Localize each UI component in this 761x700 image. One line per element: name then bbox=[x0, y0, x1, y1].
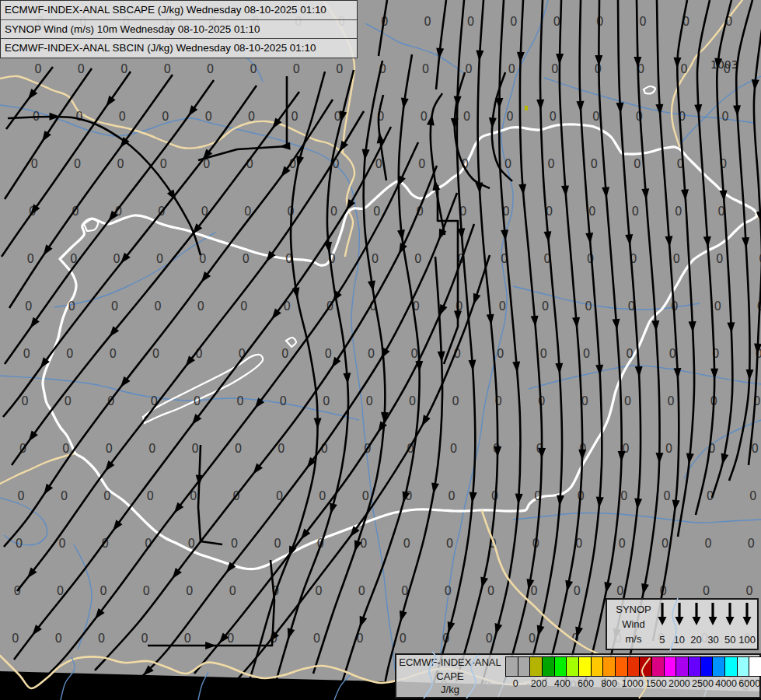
streamline-arrowhead bbox=[397, 229, 405, 241]
grid-value-zero: 0 bbox=[553, 15, 561, 29]
grid-value-zero: 0 bbox=[618, 537, 626, 551]
cape-color-cell bbox=[627, 656, 641, 677]
streamline bbox=[39, 142, 418, 683]
grid-value-zero: 0 bbox=[372, 252, 379, 266]
down-arrow-icon bbox=[690, 601, 703, 626]
down-arrow-icon bbox=[724, 601, 736, 626]
streamline-arrowhead bbox=[595, 365, 603, 376]
cape-color-cell bbox=[566, 656, 579, 677]
cape-color-cell bbox=[554, 656, 567, 677]
streamline-arrowhead bbox=[656, 453, 664, 464]
grid-value-zero: 0 bbox=[17, 489, 25, 503]
streamline-arrowhead bbox=[448, 621, 456, 633]
grid-value-zero: 0 bbox=[588, 205, 596, 219]
grid-value-zero: 0 bbox=[365, 394, 373, 408]
streamline-arrowhead bbox=[422, 415, 431, 426]
grid-value-zero: 0 bbox=[463, 110, 471, 124]
grid-value-zero: 0 bbox=[675, 205, 682, 219]
streamline-arrowhead bbox=[432, 180, 440, 191]
grid-value-zero: 0 bbox=[98, 632, 106, 646]
grid-value-zero: 0 bbox=[400, 632, 407, 646]
grid-value-zero: 0 bbox=[143, 584, 151, 598]
grid-value-zero: 0 bbox=[551, 62, 559, 76]
streamline-arrowhead bbox=[742, 237, 749, 248]
grid-value-zero: 0 bbox=[487, 584, 495, 598]
streamline-arrowhead bbox=[401, 98, 409, 110]
grid-value-zero: 0 bbox=[716, 252, 724, 266]
synop-speed-value: 30 bbox=[707, 635, 718, 647]
pressure-label: 1003 bbox=[710, 58, 738, 71]
streamline-arrowhead bbox=[489, 117, 497, 128]
streamline-arrowhead bbox=[694, 104, 702, 115]
grid-value-zero: 0 bbox=[444, 584, 452, 598]
grid-value-zero: 0 bbox=[27, 252, 35, 266]
title-sbcin: ECMWF-INDEX-ANAL SBCIN (J/kg) Wednesday … bbox=[1, 38, 357, 58]
grid-value-zero: 0 bbox=[403, 537, 410, 551]
synop-legend-unit: m/s bbox=[613, 632, 654, 646]
cape-color-cell bbox=[542, 656, 555, 677]
grid-value-zero: 0 bbox=[368, 347, 375, 361]
grid-value-zero: 0 bbox=[498, 299, 506, 313]
grid-value-zero: 0 bbox=[229, 584, 236, 598]
grid-value-zero: 0 bbox=[632, 205, 640, 219]
grid-value-zero: 0 bbox=[752, 442, 759, 456]
synop-speed-cell: 30 bbox=[704, 601, 721, 647]
grid-value-zero: 0 bbox=[634, 157, 641, 171]
grid-value-zero: 0 bbox=[410, 347, 418, 361]
grid-value-zero: 0 bbox=[506, 110, 514, 124]
grid-value-zero: 0 bbox=[665, 442, 673, 456]
streamline-arrowhead bbox=[616, 103, 624, 114]
grid-value-zero: 0 bbox=[585, 299, 592, 313]
cape-color-cell bbox=[688, 656, 701, 677]
grid-value-zero: 0 bbox=[34, 62, 42, 76]
grid-value-zero: 0 bbox=[152, 347, 160, 361]
cape-tick-label: 600 bbox=[578, 678, 594, 689]
grid-value-zero: 0 bbox=[315, 584, 323, 598]
grid-value-zero: 0 bbox=[448, 489, 456, 503]
grid-value-zero: 0 bbox=[58, 537, 66, 551]
grid-value-zero: 0 bbox=[414, 252, 422, 266]
grid-value-zero: 0 bbox=[373, 205, 381, 219]
down-arrow-icon bbox=[741, 601, 753, 626]
grid-value-zero: 0 bbox=[12, 632, 19, 646]
grid-value-zero: 0 bbox=[160, 157, 168, 171]
title-synop-wind: SYNOP Wind (m/s) 10m Wednesday 08-10-202… bbox=[1, 19, 357, 39]
map-layers-svg: 0000000000000000000000000000000000000000… bbox=[0, 0, 761, 700]
streamline bbox=[729, 0, 752, 481]
down-arrow-icon bbox=[673, 601, 686, 626]
grid-value-zero: 0 bbox=[163, 62, 171, 76]
streamline-arrowhead bbox=[44, 244, 53, 255]
grid-value-zero: 0 bbox=[99, 584, 107, 598]
grid-value-zero: 0 bbox=[141, 632, 148, 646]
grid-value-zero: 0 bbox=[250, 62, 257, 76]
cape-color-cell bbox=[639, 656, 652, 677]
synop-speed-cell: 100 bbox=[738, 601, 756, 647]
grid-value-zero: 0 bbox=[109, 347, 117, 361]
cape-tick-label: 4000 bbox=[715, 678, 737, 689]
grid-value-zero: 0 bbox=[624, 394, 632, 408]
cape-tick-label: 0 bbox=[513, 678, 518, 689]
grid-value-zero: 0 bbox=[191, 442, 199, 456]
grid-value-zero: 0 bbox=[422, 62, 430, 76]
streamline-arrowhead bbox=[536, 100, 544, 110]
streamline-arrowhead bbox=[674, 368, 682, 379]
title-block: ECMWF-INDEX-ANAL SBCAPE (J/kg) Wednesday… bbox=[0, 0, 358, 58]
grid-value-zero: 0 bbox=[62, 442, 70, 456]
grid-value-zero: 0 bbox=[452, 394, 459, 408]
streamline-arrowhead bbox=[655, 104, 663, 115]
cape-tick-label: 200 bbox=[531, 678, 547, 689]
grid-value-zero: 0 bbox=[530, 584, 538, 598]
streamline-arrowhead bbox=[188, 105, 197, 116]
cape-color-cell bbox=[700, 656, 714, 677]
cape-tick-label: 2000 bbox=[668, 678, 690, 689]
grid-value-zero: 0 bbox=[111, 299, 119, 313]
streamline-arrowhead bbox=[368, 281, 375, 292]
streamline-arrowhead bbox=[30, 317, 40, 328]
grid-value-zero: 0 bbox=[61, 489, 68, 503]
grid-value-zero: 0 bbox=[243, 252, 250, 266]
streamline-arrowhead bbox=[475, 183, 483, 194]
cape-legend-labels: ECMWF-INDEX-ANAL CAPE J/kg bbox=[398, 656, 502, 697]
streamline-arrowhead bbox=[537, 625, 545, 637]
grid-value-zero: 0 bbox=[197, 299, 205, 313]
down-arrow-icon bbox=[707, 601, 719, 626]
